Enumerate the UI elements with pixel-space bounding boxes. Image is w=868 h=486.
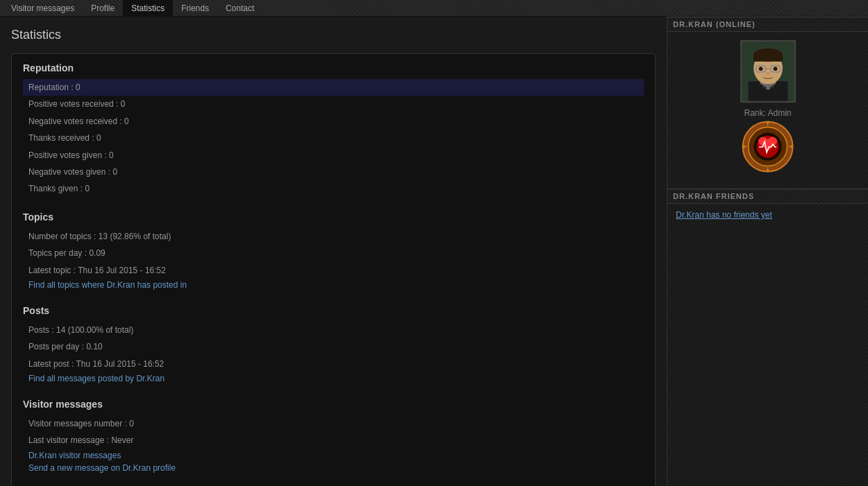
stat-row-positive-votes-received: Positive votes received : 0 bbox=[23, 96, 644, 112]
profile-header: DR.KRAN (ONLINE) bbox=[667, 17, 868, 32]
stat-row-reputation: Reputation : 0 bbox=[23, 79, 644, 96]
stat-label: Latest topic : bbox=[28, 266, 76, 275]
nav-profile[interactable]: Profile bbox=[83, 0, 123, 16]
send-message-link[interactable]: Send a new message on Dr.Kran profile bbox=[23, 462, 644, 474]
stat-value-num: 0.09 bbox=[89, 248, 105, 258]
friends-text[interactable]: Dr.Kran has no friends yet bbox=[676, 210, 772, 220]
right-sidebar: DR.KRAN (ONLINE) bbox=[667, 17, 868, 486]
stat-value-num: 0.10 bbox=[86, 342, 102, 352]
stat-row-posts-per-day: Posts per day : 0.10 bbox=[23, 338, 644, 355]
top-navigation: Visitor messages Profile Statistics Frie… bbox=[0, 0, 868, 17]
stat-value-num: 0 bbox=[129, 419, 134, 428]
friends-header: DR.KRAN FRIENDS bbox=[667, 189, 868, 204]
stat-row-negative-votes-received: Negative votes received : 0 bbox=[23, 113, 644, 130]
stat-row-thanks-given: Thanks given : 0 bbox=[23, 180, 644, 197]
avatar bbox=[740, 40, 796, 103]
stat-row-latest-post: Latest post : Thu 16 Jul 2015 - 16:52 bbox=[23, 356, 644, 372]
posts-section-title: Posts bbox=[23, 305, 644, 316]
statistics-box: Reputation Reputation : 0 Positive votes… bbox=[11, 53, 656, 486]
stat-label: Positive votes received : bbox=[28, 99, 118, 109]
stat-row-num-topics: Number of topics : 13 (92.86% of total) bbox=[23, 228, 644, 245]
svg-point-12 bbox=[766, 72, 770, 75]
svg-point-13 bbox=[766, 86, 770, 90]
stat-row-latest-topic: Latest topic : Thu 16 Jul 2015 - 16:52 bbox=[23, 262, 644, 279]
nav-contact[interactable]: Contact bbox=[217, 0, 262, 16]
stat-value-num: Thu 16 Jul 2015 - 16:52 bbox=[76, 359, 164, 369]
stat-row-last-visitor-message: Last visitor message : Never bbox=[23, 432, 644, 449]
nav-statistics[interactable]: Statistics bbox=[123, 0, 173, 16]
stat-value-num: 0 bbox=[85, 184, 90, 193]
stat-value-num: Never bbox=[111, 435, 133, 445]
stat-row-thanks-received: Thanks received : 0 bbox=[23, 130, 644, 146]
rank-badge bbox=[742, 121, 794, 175]
nav-visitor-messages[interactable]: Visitor messages bbox=[3, 0, 83, 16]
stat-row-topics-per-day: Topics per day : 0.09 bbox=[23, 245, 644, 261]
stat-label: Positive votes given : bbox=[28, 150, 107, 160]
stat-label: Latest post : bbox=[28, 359, 74, 369]
main-container: Statistics Reputation Reputation : 0 Pos… bbox=[0, 17, 868, 486]
find-topics-link[interactable]: Find all topics where Dr.Kran has posted… bbox=[23, 279, 644, 291]
stat-label: Negative votes received : bbox=[28, 116, 122, 126]
stat-label: Negative votes given : bbox=[28, 167, 110, 177]
visitor-messages-section-title: Visitor messages bbox=[23, 399, 644, 410]
stat-row-posts: Posts : 14 (100.00% of total) bbox=[23, 322, 644, 338]
page-title: Statistics bbox=[11, 28, 656, 42]
stat-label: Visitor messages number : bbox=[28, 419, 127, 428]
content-area: Statistics Reputation Reputation : 0 Pos… bbox=[0, 17, 667, 486]
stat-row-visitor-messages-number: Visitor messages number : 0 bbox=[23, 415, 644, 432]
stat-label: Posts per day : bbox=[28, 342, 84, 352]
stat-label: Number of topics : bbox=[28, 232, 96, 241]
stat-value-num: Thu 16 Jul 2015 - 16:52 bbox=[78, 266, 166, 275]
stat-value-num: 0 bbox=[124, 116, 129, 126]
stat-value-num: 14 (100.00% of total) bbox=[56, 325, 133, 335]
stat-value-num: 13 (92.86% of total) bbox=[99, 232, 171, 241]
stat-row-positive-votes-given: Positive votes given : 0 bbox=[23, 147, 644, 164]
find-posts-link[interactable]: Find all messages posted by Dr.Kran bbox=[23, 372, 644, 385]
stat-label: Last visitor message : bbox=[28, 435, 109, 445]
stat-label: Posts : bbox=[28, 325, 54, 335]
nav-friends[interactable]: Friends bbox=[173, 0, 217, 16]
stat-value-num: 0 bbox=[121, 99, 126, 109]
svg-point-11 bbox=[773, 67, 777, 71]
stat-value: 0 bbox=[76, 83, 80, 92]
friends-section: Dr.Kran has no friends yet bbox=[667, 204, 868, 225]
stat-label: Thanks given : bbox=[28, 184, 83, 193]
visitor-messages-link[interactable]: Dr.Kran visitor messages bbox=[23, 449, 644, 462]
stat-value-num: 0 bbox=[96, 133, 101, 143]
svg-rect-6 bbox=[754, 53, 783, 61]
svg-point-10 bbox=[758, 67, 763, 71]
stat-value-num: 0 bbox=[112, 167, 117, 177]
stat-row-negative-votes-given: Negative votes given : 0 bbox=[23, 164, 644, 180]
stat-label: Reputation : bbox=[28, 83, 74, 92]
stat-value-num: 0 bbox=[109, 150, 114, 160]
profile-card: Rank: Admin bbox=[667, 32, 868, 183]
topics-section-title: Topics bbox=[23, 211, 644, 223]
rank-label: Rank: Admin bbox=[744, 108, 791, 118]
reputation-section-title: Reputation bbox=[23, 62, 644, 73]
stat-label: Topics per day : bbox=[28, 248, 87, 258]
stat-label: Thanks received : bbox=[28, 133, 94, 143]
